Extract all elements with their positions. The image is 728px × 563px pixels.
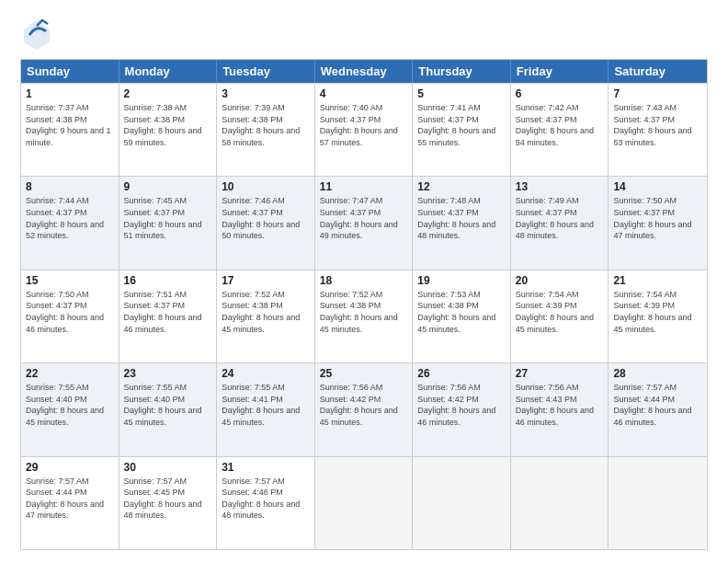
cal-header-day: Wednesday <box>315 60 414 83</box>
day-number: 26 <box>417 367 506 380</box>
day-info: Sunrise: 7:57 AMSunset: 4:44 PMDaylight:… <box>613 382 702 428</box>
cal-cell: 1Sunrise: 7:37 AMSunset: 4:38 PMDaylight… <box>21 84 119 176</box>
day-number: 29 <box>26 461 114 474</box>
cal-cell: 20Sunrise: 7:54 AMSunset: 4:39 PMDayligh… <box>511 270 609 362</box>
day-info: Sunrise: 7:52 AMSunset: 4:38 PMDaylight:… <box>320 289 408 335</box>
cal-week: 22Sunrise: 7:55 AMSunset: 4:40 PMDayligh… <box>21 362 707 455</box>
day-number: 16 <box>124 274 212 287</box>
calendar: SundayMondayTuesdayWednesdayThursdayFrid… <box>20 59 708 550</box>
cal-cell: 31Sunrise: 7:57 AMSunset: 4:46 PMDayligh… <box>217 457 315 549</box>
cal-cell: 2Sunrise: 7:38 AMSunset: 4:38 PMDaylight… <box>119 84 218 176</box>
day-info: Sunrise: 7:57 AMSunset: 4:44 PMDaylight:… <box>26 476 114 522</box>
cal-cell: 15Sunrise: 7:50 AMSunset: 4:37 PMDayligh… <box>21 270 119 362</box>
day-info: Sunrise: 7:55 AMSunset: 4:40 PMDaylight:… <box>124 382 212 428</box>
day-number: 27 <box>516 367 604 380</box>
cal-cell: 26Sunrise: 7:56 AMSunset: 4:42 PMDayligh… <box>413 363 511 455</box>
cal-header-day: Tuesday <box>217 60 315 83</box>
day-info: Sunrise: 7:56 AMSunset: 4:42 PMDaylight:… <box>320 382 408 428</box>
cal-cell: 28Sunrise: 7:57 AMSunset: 4:44 PMDayligh… <box>609 363 707 455</box>
cal-cell: 3Sunrise: 7:39 AMSunset: 4:38 PMDaylight… <box>217 84 315 176</box>
day-info: Sunrise: 7:57 AMSunset: 4:46 PMDaylight:… <box>222 476 310 522</box>
day-info: Sunrise: 7:56 AMSunset: 4:43 PMDaylight:… <box>516 382 604 428</box>
cal-cell: 6Sunrise: 7:42 AMSunset: 4:37 PMDaylight… <box>511 84 609 176</box>
day-info: Sunrise: 7:42 AMSunset: 4:37 PMDaylight:… <box>516 102 604 148</box>
cal-cell: 14Sunrise: 7:50 AMSunset: 4:37 PMDayligh… <box>609 177 707 269</box>
day-info: Sunrise: 7:47 AMSunset: 4:37 PMDaylight:… <box>320 195 408 241</box>
day-info: Sunrise: 7:46 AMSunset: 4:37 PMDaylight:… <box>222 195 310 241</box>
day-number: 28 <box>613 367 702 380</box>
cal-header-day: Sunday <box>21 60 119 83</box>
day-info: Sunrise: 7:38 AMSunset: 4:38 PMDaylight:… <box>124 102 212 148</box>
day-info: Sunrise: 7:55 AMSunset: 4:41 PMDaylight:… <box>222 382 310 428</box>
day-info: Sunrise: 7:56 AMSunset: 4:42 PMDaylight:… <box>417 382 506 428</box>
cal-cell: 4Sunrise: 7:40 AMSunset: 4:37 PMDaylight… <box>315 84 414 176</box>
cal-cell: 7Sunrise: 7:43 AMSunset: 4:37 PMDaylight… <box>609 84 707 176</box>
day-info: Sunrise: 7:49 AMSunset: 4:37 PMDaylight:… <box>516 195 604 241</box>
cal-cell: 12Sunrise: 7:48 AMSunset: 4:37 PMDayligh… <box>413 177 511 269</box>
cal-cell <box>315 457 414 549</box>
cal-cell: 27Sunrise: 7:56 AMSunset: 4:43 PMDayligh… <box>511 363 609 455</box>
cal-cell: 23Sunrise: 7:55 AMSunset: 4:40 PMDayligh… <box>119 363 218 455</box>
logo <box>20 17 59 50</box>
cal-cell: 13Sunrise: 7:49 AMSunset: 4:37 PMDayligh… <box>511 177 609 269</box>
cal-cell: 19Sunrise: 7:53 AMSunset: 4:38 PMDayligh… <box>413 270 511 362</box>
cal-cell: 29Sunrise: 7:57 AMSunset: 4:44 PMDayligh… <box>21 457 119 549</box>
day-number: 6 <box>516 87 604 100</box>
cal-week: 8Sunrise: 7:44 AMSunset: 4:37 PMDaylight… <box>21 176 707 269</box>
cal-header-day: Thursday <box>413 60 511 83</box>
cal-cell <box>511 457 609 549</box>
day-info: Sunrise: 7:50 AMSunset: 4:37 PMDaylight:… <box>26 289 114 335</box>
day-number: 30 <box>124 461 212 474</box>
day-info: Sunrise: 7:39 AMSunset: 4:38 PMDaylight:… <box>222 102 310 148</box>
cal-cell: 10Sunrise: 7:46 AMSunset: 4:37 PMDayligh… <box>217 177 315 269</box>
day-info: Sunrise: 7:48 AMSunset: 4:37 PMDaylight:… <box>417 195 506 241</box>
day-number: 24 <box>222 367 310 380</box>
day-info: Sunrise: 7:52 AMSunset: 4:38 PMDaylight:… <box>222 289 310 335</box>
cal-cell: 5Sunrise: 7:41 AMSunset: 4:37 PMDaylight… <box>413 84 511 176</box>
day-number: 22 <box>26 367 114 380</box>
day-info: Sunrise: 7:54 AMSunset: 4:39 PMDaylight:… <box>613 289 702 335</box>
day-number: 31 <box>222 461 310 474</box>
day-number: 25 <box>320 367 408 380</box>
day-number: 17 <box>222 274 310 287</box>
day-number: 2 <box>124 87 212 100</box>
day-info: Sunrise: 7:37 AMSunset: 4:38 PMDaylight:… <box>26 102 114 148</box>
day-info: Sunrise: 7:55 AMSunset: 4:40 PMDaylight:… <box>26 382 114 428</box>
day-number: 20 <box>516 274 604 287</box>
day-number: 4 <box>320 87 408 100</box>
cal-cell: 24Sunrise: 7:55 AMSunset: 4:41 PMDayligh… <box>217 363 315 455</box>
cal-cell: 25Sunrise: 7:56 AMSunset: 4:42 PMDayligh… <box>315 363 414 455</box>
cal-cell: 22Sunrise: 7:55 AMSunset: 4:40 PMDayligh… <box>21 363 119 455</box>
calendar-body: 1Sunrise: 7:37 AMSunset: 4:38 PMDaylight… <box>21 83 707 549</box>
cal-cell: 18Sunrise: 7:52 AMSunset: 4:38 PMDayligh… <box>315 270 414 362</box>
cal-cell: 30Sunrise: 7:57 AMSunset: 4:45 PMDayligh… <box>119 457 218 549</box>
day-number: 13 <box>516 180 604 193</box>
day-number: 9 <box>124 180 212 193</box>
day-info: Sunrise: 7:41 AMSunset: 4:37 PMDaylight:… <box>417 102 506 148</box>
day-number: 8 <box>26 180 114 193</box>
header <box>20 17 708 50</box>
cal-week: 29Sunrise: 7:57 AMSunset: 4:44 PMDayligh… <box>21 456 707 549</box>
day-info: Sunrise: 7:53 AMSunset: 4:38 PMDaylight:… <box>417 289 506 335</box>
day-number: 23 <box>124 367 212 380</box>
day-number: 1 <box>26 87 114 100</box>
day-number: 10 <box>222 180 310 193</box>
cal-cell: 8Sunrise: 7:44 AMSunset: 4:37 PMDaylight… <box>21 177 119 269</box>
cal-week: 15Sunrise: 7:50 AMSunset: 4:37 PMDayligh… <box>21 270 707 362</box>
cal-header-day: Monday <box>119 60 218 83</box>
day-number: 21 <box>613 274 702 287</box>
day-info: Sunrise: 7:40 AMSunset: 4:37 PMDaylight:… <box>320 102 408 148</box>
day-number: 11 <box>320 180 408 193</box>
day-number: 5 <box>417 87 506 100</box>
cal-cell <box>413 457 511 549</box>
cal-cell <box>609 457 707 549</box>
day-info: Sunrise: 7:43 AMSunset: 4:37 PMDaylight:… <box>613 102 702 148</box>
day-number: 12 <box>417 180 506 193</box>
cal-cell: 21Sunrise: 7:54 AMSunset: 4:39 PMDayligh… <box>609 270 707 362</box>
page: SundayMondayTuesdayWednesdayThursdayFrid… <box>0 0 728 563</box>
logo-icon <box>20 17 53 50</box>
cal-week: 1Sunrise: 7:37 AMSunset: 4:38 PMDaylight… <box>21 83 707 176</box>
day-info: Sunrise: 7:50 AMSunset: 4:37 PMDaylight:… <box>613 195 702 241</box>
cal-cell: 11Sunrise: 7:47 AMSunset: 4:37 PMDayligh… <box>315 177 414 269</box>
day-info: Sunrise: 7:44 AMSunset: 4:37 PMDaylight:… <box>26 195 114 241</box>
